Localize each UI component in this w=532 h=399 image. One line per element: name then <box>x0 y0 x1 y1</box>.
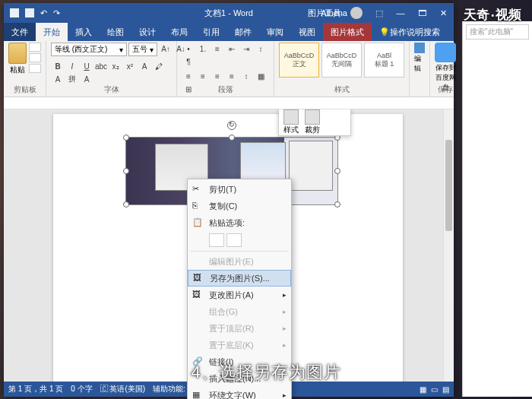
save-icon[interactable] <box>25 8 34 17</box>
close-button[interactable]: ✕ <box>432 3 454 23</box>
explorer-side-panel: 搜索"此电脑" <box>462 21 532 397</box>
clipboard-group-label: 剪贴板 <box>4 84 46 95</box>
tab-layout[interactable]: 布局 <box>163 23 195 41</box>
font-size-select[interactable]: 五号▾ <box>128 43 157 56</box>
resize-handle-t[interactable] <box>229 135 235 141</box>
resize-handle-r[interactable] <box>334 168 340 174</box>
sort-button[interactable]: ↕ <box>254 43 268 55</box>
resize-handle-tl[interactable] <box>123 135 129 141</box>
shading-button[interactable]: ▦ <box>254 70 268 82</box>
ribbon-options[interactable]: ⬚ <box>369 3 390 23</box>
resize-handle-bl[interactable] <box>123 201 129 207</box>
horizontal-ruler[interactable] <box>4 97 454 109</box>
superscript-button[interactable]: x² <box>123 60 137 72</box>
style-nospace[interactable]: AaBbCcD无间隔 <box>321 43 362 78</box>
ribbon-tabs: 文件 开始 插入 绘图 设计 布局 引用 邮件 审阅 视图 图片格式 💡 操作说… <box>4 23 454 41</box>
ribbon: 粘贴 剪贴板 等线 (西文正文)▾ 五号▾ A↑ A↓ B <box>4 41 454 97</box>
format-painter-button[interactable] <box>29 64 41 73</box>
view-web-icon[interactable]: ▤ <box>442 385 449 394</box>
view-read-icon[interactable]: ▭ <box>431 385 438 394</box>
tab-file[interactable]: 文件 <box>4 23 36 41</box>
align-center-button[interactable]: ≡ <box>196 70 210 82</box>
style-normal[interactable]: AaBbCcD正文 <box>279 43 319 78</box>
tab-mailings[interactable]: 邮件 <box>227 23 259 41</box>
wrap-icon: ▦ <box>192 390 203 399</box>
line-spacing-button[interactable]: ↕ <box>239 70 253 82</box>
paste-button[interactable]: 粘贴 <box>8 43 27 75</box>
increase-indent-button[interactable]: ⇥ <box>239 43 253 55</box>
tab-review[interactable]: 审阅 <box>259 23 291 41</box>
styles-group-label: 样式 <box>274 84 409 95</box>
vertical-scrollbar[interactable] <box>443 109 454 382</box>
ctx-copy[interactable]: ⎘复制(C) <box>188 198 291 214</box>
view-print-icon[interactable]: ▦ <box>420 385 426 394</box>
restore-button[interactable]: 🗖 <box>411 3 432 23</box>
style-heading1[interactable]: AaBl标题 1 <box>364 43 404 78</box>
change-image-icon: 🖼 <box>192 290 203 300</box>
video-watermark: 天奇•视频 <box>464 6 521 24</box>
ctx-save-as-picture[interactable]: 🖼另存为图片(S)... <box>188 270 291 287</box>
justify-button[interactable]: ≡ <box>225 70 239 82</box>
tab-design[interactable]: 设计 <box>131 23 163 41</box>
resize-handle-l[interactable] <box>123 168 129 174</box>
mini-crop-button[interactable]: 裁剪 <box>305 109 320 135</box>
font-color-button[interactable]: A <box>51 73 65 85</box>
tab-picture-format[interactable]: 图片格式 <box>323 23 372 41</box>
undo-icon[interactable]: ↶ <box>40 8 47 18</box>
font-name-select[interactable]: 等线 (西文正文)▾ <box>51 43 127 56</box>
minimize-button[interactable]: — <box>390 3 411 23</box>
increase-font-button[interactable]: A↑ <box>159 43 173 55</box>
ctx-cut[interactable]: ✂剪切(T) <box>188 181 291 198</box>
save-image-icon: 🖼 <box>193 273 204 283</box>
subscript-button[interactable]: x₂ <box>109 60 122 72</box>
show-marks-button[interactable]: ¶ <box>182 55 195 68</box>
resize-handle-br[interactable] <box>334 201 340 207</box>
tab-home[interactable]: 开始 <box>36 23 68 41</box>
text-effects-button[interactable]: A <box>138 60 151 72</box>
scroll-thumb[interactable] <box>445 140 452 231</box>
character-border-button[interactable]: A <box>80 73 93 85</box>
explorer-search-input[interactable]: 搜索"此电脑" <box>466 24 529 40</box>
paste-option-1[interactable] <box>209 233 224 247</box>
tab-references[interactable]: 引用 <box>195 23 227 41</box>
highlight-button[interactable]: 🖍 <box>152 60 166 72</box>
numbering-button[interactable]: 1. <box>196 43 210 55</box>
video-play-indicator[interactable]: ⏵ <box>500 367 527 394</box>
align-left-button[interactable]: ≡ <box>182 70 195 82</box>
language-indicator[interactable]: 🇨 英语(美国) <box>100 384 145 394</box>
paste-option-2[interactable] <box>226 233 242 247</box>
bold-button[interactable]: B <box>51 60 65 72</box>
avatar-icon <box>350 7 363 19</box>
edit-menu[interactable]: 编辑 <box>414 43 425 74</box>
align-right-button[interactable]: ≡ <box>211 70 224 82</box>
decrease-indent-button[interactable]: ⇤ <box>225 43 239 55</box>
copy-button[interactable] <box>29 53 41 62</box>
video-subtitle: 4、选择另存为图片 <box>191 361 340 384</box>
ctx-change-picture[interactable]: 🖼更改图片(A)▸ <box>188 287 291 303</box>
tab-insert[interactable]: 插入 <box>68 23 100 41</box>
baidu-cloud-icon <box>435 43 456 62</box>
bullets-button[interactable]: • <box>182 43 195 55</box>
underline-button[interactable]: U <box>80 60 93 72</box>
word-count[interactable]: 0 个字 <box>71 384 92 394</box>
user-account[interactable]: Athena <box>321 7 363 19</box>
thumbnail-window-3 <box>289 141 333 191</box>
titlebar: ↶ ↷ 文档1 - Word 图片工具 Athena ⬚ — 🗖 ✕ <box>4 3 454 23</box>
page-indicator[interactable]: 第 1 页，共 1 页 <box>8 384 63 394</box>
ctx-wrap-text[interactable]: ▦环绕文字(W)▸ <box>188 387 291 399</box>
tab-view[interactable]: 视图 <box>291 23 323 41</box>
paste-icon: 📋 <box>192 217 203 228</box>
rotate-handle[interactable] <box>227 121 236 130</box>
italic-button[interactable]: I <box>65 60 79 72</box>
mini-style-button[interactable]: 样式 <box>283 109 299 135</box>
autosave-icon[interactable] <box>10 8 19 17</box>
multilevel-button[interactable]: ≡ <box>211 43 224 55</box>
save-group-label: 保存 <box>430 84 461 95</box>
tab-draw[interactable]: 绘图 <box>100 23 131 41</box>
phonetic-guide-button[interactable]: 拼 <box>65 73 79 85</box>
strikethrough-button[interactable]: abc <box>94 60 108 72</box>
ctx-edit-picture: 编辑图片(E) <box>188 253 291 270</box>
cut-button[interactable] <box>29 43 41 52</box>
tell-me-search[interactable]: 💡 操作说明搜索 <box>372 23 448 41</box>
redo-icon[interactable]: ↷ <box>53 8 60 18</box>
